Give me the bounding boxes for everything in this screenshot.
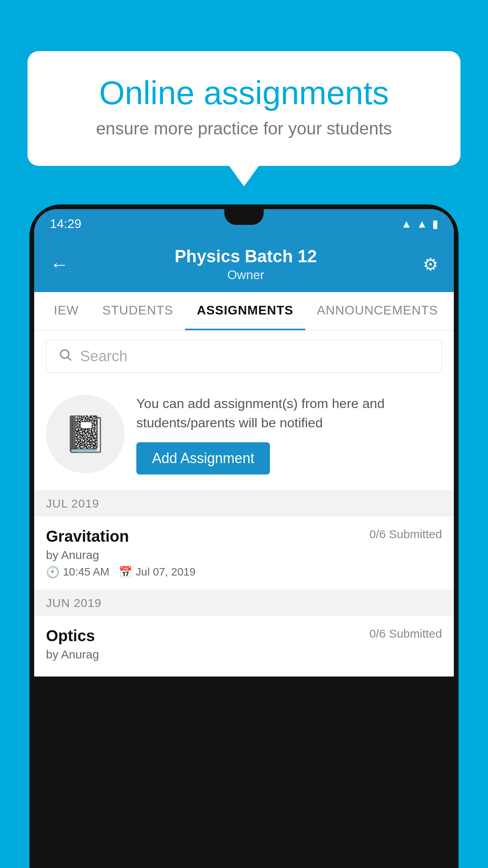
tab-students[interactable]: STUDENTS	[90, 292, 185, 330]
add-assignment-button[interactable]: Add Assignment	[136, 442, 270, 474]
status-icons: ▲ ▲ ▮	[401, 217, 438, 230]
search-bar: Search	[34, 331, 454, 382]
status-bar: 14:29 ▲ ▲ ▮	[34, 209, 454, 239]
assignment-item-top: Gravitation 0/6 Submitted	[46, 528, 442, 545]
month-label-jul: JUL 2019	[46, 497, 99, 510]
month-label-jun: JUN 2019	[46, 596, 101, 609]
assignment-meta-gravitation: 🕙 10:45 AM 📅 Jul 07, 2019	[46, 566, 442, 579]
assignment-item-optics[interactable]: Optics 0/6 Submitted by Anurag	[34, 616, 454, 677]
svg-point-0	[61, 350, 69, 358]
meta-date: 📅 Jul 07, 2019	[119, 566, 196, 579]
month-section-jul: JUL 2019	[34, 491, 454, 517]
gear-icon[interactable]: ⚙	[423, 254, 438, 274]
meta-time: 🕙 10:45 AM	[46, 566, 109, 579]
search-icon	[58, 348, 72, 365]
speech-bubble: Online assignments ensure more practice …	[28, 51, 460, 166]
phone-screen: 14:29 ▲ ▲ ▮ ← Physics Batch 12 Owner ⚙ I…	[34, 209, 454, 677]
assignment-item-gravitation[interactable]: Gravitation 0/6 Submitted by Anurag 🕙 10…	[34, 517, 454, 590]
assignment-time: 10:45 AM	[63, 566, 109, 578]
assignment-submitted-gravitation: 0/6 Submitted	[369, 528, 442, 541]
speech-bubble-container: Online assignments ensure more practice …	[28, 51, 460, 166]
assignment-date: Jul 07, 2019	[136, 566, 196, 578]
assignment-name-optics: Optics	[46, 627, 95, 645]
calendar-icon: 📅	[119, 566, 132, 579]
notch	[224, 209, 264, 225]
tab-announcements[interactable]: ANNOUNCEMENTS	[305, 292, 450, 330]
back-button[interactable]: ←	[50, 254, 69, 275]
app-header: ← Physics Batch 12 Owner ⚙	[34, 239, 454, 292]
assignment-name-gravitation: Gravitation	[46, 528, 129, 545]
status-time: 14:29	[50, 217, 81, 231]
phone-frame: 14:29 ▲ ▲ ▮ ← Physics Batch 12 Owner ⚙ I…	[29, 204, 459, 868]
search-input[interactable]: Search	[46, 340, 442, 373]
assignment-by-optics: by Anurag	[46, 648, 442, 661]
tabs-bar: IEW STUDENTS ASSIGNMENTS ANNOUNCEMENTS	[34, 292, 454, 331]
wifi-icon: ▲	[401, 218, 412, 230]
header-subtitle: Owner	[69, 268, 423, 282]
notebook-icon: 📓	[63, 414, 107, 455]
assignment-submitted-optics: 0/6 Submitted	[369, 627, 442, 640]
tab-assignments[interactable]: ASSIGNMENTS	[185, 292, 305, 330]
add-assignment-card: 📓 You can add assignment(s) from here an…	[34, 382, 454, 491]
assignment-card-text: You can add assignment(s) from here and …	[136, 394, 442, 474]
bubble-title: Online assignments	[55, 75, 433, 111]
assignment-item-top-optics: Optics 0/6 Submitted	[46, 627, 442, 645]
signal-icon: ▲	[416, 218, 427, 230]
assignment-icon-circle: 📓	[46, 395, 125, 473]
tab-iew[interactable]: IEW	[42, 292, 90, 330]
assignment-card-desc: You can add assignment(s) from here and …	[136, 394, 442, 433]
month-section-jun: JUN 2019	[34, 590, 454, 616]
clock-icon: 🕙	[46, 566, 60, 579]
header-title: Physics Batch 12	[69, 246, 423, 266]
assignment-by-gravitation: by Anurag	[46, 548, 442, 562]
search-placeholder: Search	[80, 348, 127, 365]
bubble-subtitle: ensure more practice for your students	[55, 119, 433, 138]
header-center: Physics Batch 12 Owner	[69, 246, 423, 282]
svg-line-1	[68, 357, 71, 360]
battery-icon: ▮	[432, 217, 438, 230]
